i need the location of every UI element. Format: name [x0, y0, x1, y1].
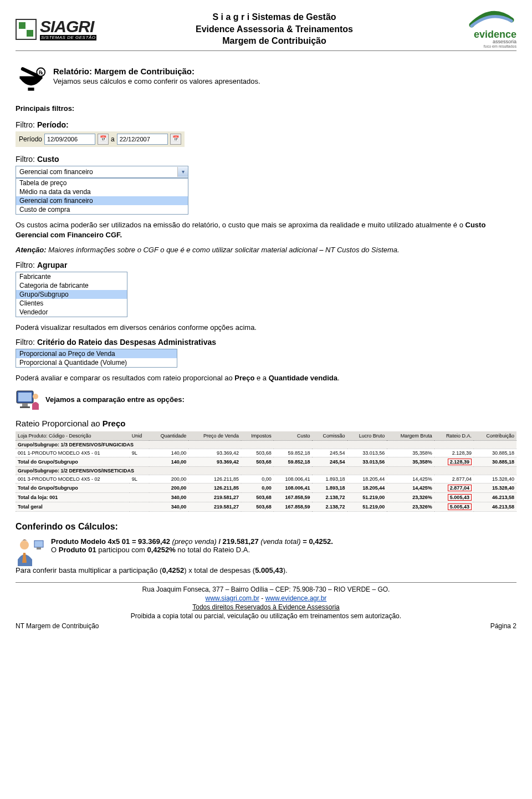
- col-header: Rateio D.A.: [434, 431, 474, 441]
- criterio-para-end: .: [337, 374, 340, 382]
- filter-criterio-label: Critério do Rateio das Despesas Administ…: [37, 338, 216, 347]
- header-line-2: Evidence Assessoria & Treinamentos: [115, 23, 433, 35]
- calc-line2-e: no total do Rateio D.A.: [176, 546, 250, 554]
- table-group-row: Grupo/Subgrupo: 1/2 DEFENSIVOS/INSETICID…: [16, 466, 516, 475]
- evidence-logo-icon: [467, 10, 516, 30]
- agrupar-listbox[interactable]: Fabricante Categoria de fabricante Grupo…: [16, 272, 127, 317]
- periodo-from-input[interactable]: [44, 134, 95, 145]
- total-label: Total geral: [16, 502, 149, 511]
- table-cell: 18.205,44: [347, 483, 387, 492]
- calc-line1-i2: (venda total): [259, 537, 301, 546]
- calc-line3-e: ).: [283, 566, 288, 574]
- table-cell: 167.858,59: [274, 502, 313, 511]
- footer-url-sep: -: [259, 594, 265, 602]
- table-cell: 59.852,18: [274, 457, 313, 466]
- col-header: Quantidade: [149, 431, 189, 441]
- table-cell: 9L: [130, 475, 149, 483]
- table-cell: 46.213,58: [474, 502, 516, 511]
- rateio-highlight: 2.877,04: [448, 485, 472, 491]
- table-cell: 0,00: [241, 475, 274, 483]
- table-cell: 46.213,58: [474, 492, 516, 502]
- table-cell: 30.885,18: [474, 457, 516, 466]
- svg-rect-5: [22, 403, 28, 406]
- siagri-brand: SIAGRI: [40, 18, 96, 35]
- agrupar-option[interactable]: Clientes: [16, 299, 127, 308]
- table-cell: 140,00: [149, 449, 189, 457]
- rateio-preco-title-2: Preço: [103, 419, 126, 428]
- table-cell: 93.369,42: [188, 457, 241, 466]
- agrupar-option[interactable]: Categoria de fabricante: [16, 281, 127, 290]
- custo-paragraph: Os custos acima poderão ser utilizados n…: [16, 221, 466, 229]
- custo-option[interactable]: Custo de compra: [16, 205, 188, 214]
- criterio-para-mid: e a: [254, 374, 268, 382]
- table-cell: 219.581,27: [188, 492, 241, 502]
- table-cell: 1.893,18: [312, 483, 347, 492]
- criterio-option[interactable]: Proporcional à Quantidade (Volume): [16, 358, 177, 367]
- rateio-preco-title-1: Rateio Proporcional ao: [16, 419, 103, 428]
- svg-point-10: [20, 541, 29, 549]
- table-cell: 14,425%: [387, 483, 434, 492]
- monitor-clipart-icon: [16, 389, 40, 411]
- custo-combo[interactable]: Gerencial com financeiro ▾: [16, 166, 188, 178]
- filter-agrupar-prefix: Filtro:: [16, 261, 37, 269]
- footer-link-siagri[interactable]: www.siagri.com.br: [206, 594, 259, 602]
- col-header: Loja Produto: Código - Descrição: [16, 431, 130, 441]
- criterio-option[interactable]: Proporcional ao Preço de Venda: [16, 349, 177, 358]
- intro-subtitle: Vejamos seus cálculos e como conferir os…: [53, 77, 260, 85]
- calc-line1-b: / 219.581,27: [217, 537, 259, 546]
- chevron-down-icon[interactable]: ▾: [177, 167, 188, 177]
- table-cell: 15.328,40: [474, 483, 516, 492]
- table-cell: 1.893,18: [312, 475, 347, 483]
- col-header: Lucro Bruto: [347, 431, 387, 441]
- table-cell: 15.328,40: [474, 475, 516, 483]
- compare-callout: Vejamos a comparação entre as opções:: [45, 395, 185, 404]
- table-cell: 245,54: [312, 449, 347, 457]
- col-header: Contribuição: [474, 431, 516, 441]
- intro-title: Relatório: Margem de Contribuição:: [53, 67, 260, 76]
- table-cell: 503,68: [241, 449, 274, 457]
- filter-criterio-prefix: Filtro:: [16, 338, 37, 347]
- table-cell: 35,358%: [387, 449, 434, 457]
- table-cell: 35,358%: [387, 457, 434, 466]
- header-title-block: S i a g r i Sistemas de Gestão Evidence …: [115, 11, 433, 47]
- footer-doc-name: NT Margem de Contribuição: [16, 622, 99, 630]
- filter-agrupar-label: Agrupar: [37, 261, 67, 269]
- footer-address: Rua Joaquim Fonseca, 377 – Bairro Odília…: [16, 585, 516, 594]
- table-cell: 14,425%: [387, 475, 434, 483]
- table-cell: 001 1-PRODUTO MODELO 4X5 - 01: [16, 449, 130, 457]
- custo-listbox[interactable]: Tabela de preço Médio na data da venda G…: [16, 178, 188, 215]
- col-header: Unid: [130, 431, 149, 441]
- criterio-para-1: Poderá avaliar e comparar os resultados …: [16, 374, 234, 382]
- agrupar-option[interactable]: Fabricante: [16, 272, 127, 281]
- mortar-rx-icon: ℞: [16, 67, 47, 93]
- custo-combo-value: Gerencial com financeiro: [16, 168, 177, 176]
- calc-line2-b: Produto 01: [59, 546, 96, 554]
- advisor-clipart-icon: [16, 537, 44, 566]
- subtotal-label: Total do Grupo/Subgrupo: [16, 483, 149, 492]
- table-cell: 167.858,59: [274, 492, 313, 502]
- custo-option[interactable]: Tabela de preço: [16, 179, 188, 187]
- calc-line1-i1: (preço venda): [170, 537, 217, 546]
- periodo-to-input[interactable]: [117, 134, 168, 145]
- rateio-highlight: 5.005,43: [448, 494, 472, 501]
- criterio-listbox[interactable]: Proporcional ao Preço de Venda Proporcio…: [16, 349, 177, 368]
- custo-option[interactable]: Gerencial com financeiro: [16, 196, 188, 205]
- agrupar-option[interactable]: Grupo/Subgrupo: [16, 290, 127, 299]
- siagri-logo-icon: [16, 19, 37, 40]
- calc-line2-a: O: [51, 546, 59, 554]
- calc-line1-c: = 0,4252.: [301, 537, 333, 546]
- footer-link-evidence[interactable]: www.evidence.agr.br: [265, 594, 327, 602]
- table-cell: 18.205,44: [347, 475, 387, 483]
- calc-line3-d: 5.005,43: [255, 566, 283, 574]
- table-total_geral-row: Total geral340,00219.581,27503,68167.858…: [16, 502, 516, 511]
- periodo-caption: Período: [19, 135, 42, 143]
- rateio-highlight: 2.128,39: [448, 459, 472, 465]
- calendar-from-button[interactable]: 📅: [98, 134, 109, 145]
- table-cell: 2.128,39: [434, 449, 474, 457]
- table-cell: 2.128,39: [434, 457, 474, 466]
- calendar-to-button[interactable]: 📅: [170, 134, 181, 145]
- calc-line2-d: 0,4252%: [147, 546, 175, 554]
- header-line-3: Margem de Contribuição: [115, 35, 433, 47]
- agrupar-option[interactable]: Vendedor: [16, 308, 127, 317]
- custo-option[interactable]: Médio na data da venda: [16, 187, 188, 196]
